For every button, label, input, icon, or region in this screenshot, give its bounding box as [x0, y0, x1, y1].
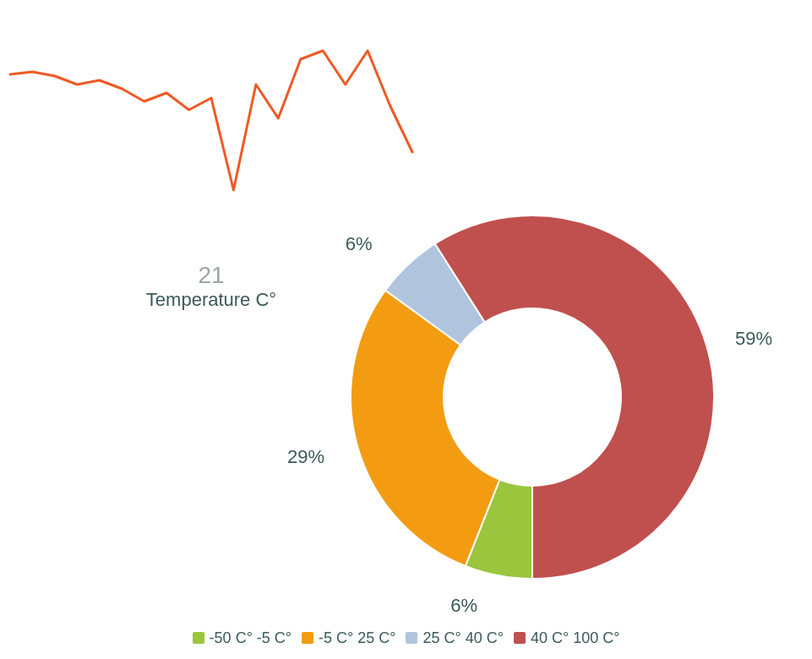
legend-item-3: 40 C° 100 C° [514, 629, 619, 647]
donut-slices [351, 215, 714, 579]
sparkline-value: 21 [177, 262, 245, 289]
donut-slice-label-1: 29% [287, 446, 324, 468]
legend-swatch-3 [514, 632, 526, 644]
legend-item-0: -50 C° -5 C° [193, 629, 292, 647]
legend: -50 C° -5 C°-5 C° 25 C°25 C° 40 C°40 C° … [0, 629, 812, 647]
legend-label-0: -50 C° -5 C° [210, 629, 292, 646]
donut-slice-label-2: 6% [346, 233, 373, 255]
donut-slice-1 [351, 291, 499, 566]
legend-item-2: 25 C° 40 C° [406, 629, 503, 647]
legend-swatch-0 [193, 632, 204, 644]
legend-label-2: 25 C° 40 C° [422, 629, 503, 646]
donut-slice-label-3: 59% [735, 328, 772, 350]
legend-label-1: -5 C° 25 C° [319, 629, 395, 646]
chart-canvas: 21 Temperature C° 6%29%6%59% -50 C° -5 C… [0, 0, 812, 659]
donut-slice-label-0: 6% [450, 595, 477, 617]
legend-label-3: 40 C° 100 C° [531, 629, 619, 646]
sparkline-label: Temperature C° [118, 289, 304, 311]
donut-chart [313, 177, 752, 617]
legend-swatch-2 [406, 632, 417, 644]
legend-item-1: -5 C° 25 C° [302, 629, 395, 647]
sparkline-path [10, 51, 412, 190]
legend-swatch-1 [302, 632, 313, 644]
